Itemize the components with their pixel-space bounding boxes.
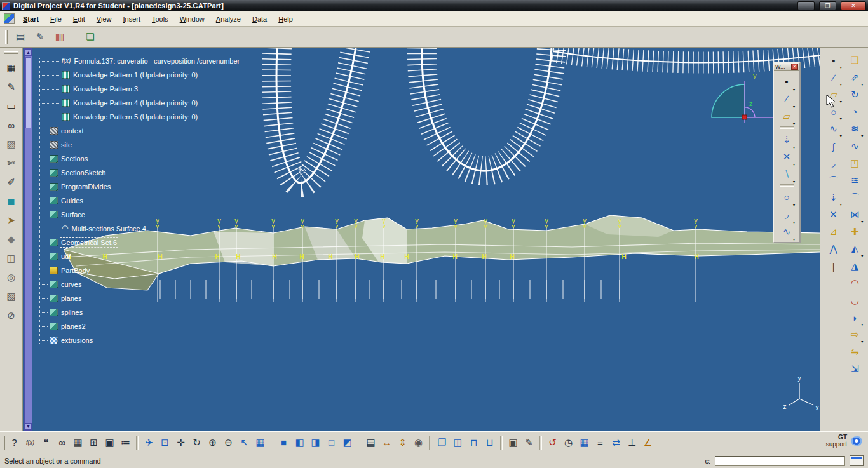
tree-item-sections[interactable]: Sections xyxy=(39,152,240,166)
frame-icon[interactable]: ▭ xyxy=(3,98,20,114)
print-capture-icon[interactable]: ▤ xyxy=(363,435,379,450)
menu-tools[interactable]: Tools xyxy=(146,13,174,25)
tree-item-geometrical[interactable]: Geometrical Set.6 xyxy=(39,236,240,250)
chevron-down-icon[interactable]: ▾ xyxy=(840,116,842,121)
tree-item-knowledge[interactable]: Knowledge Pattern.5 (Update priority: 0) xyxy=(51,110,240,124)
menu-window[interactable]: Window xyxy=(174,13,210,25)
catalog-icon[interactable]: ❒ xyxy=(846,53,863,68)
menu-edit[interactable]: Edit xyxy=(67,13,91,25)
comment-icon[interactable]: ❝ xyxy=(38,435,54,450)
knowledge-clip-icon[interactable]: ❏ xyxy=(82,29,98,44)
chevron-down-icon[interactable]: ▾ xyxy=(861,322,863,326)
line-icon[interactable]: ∕▾ xyxy=(778,90,795,107)
scroll-up-icon[interactable]: ▲ xyxy=(25,49,32,56)
shaded-view-icon[interactable]: ■ xyxy=(276,435,292,450)
snap-angle-icon[interactable]: ∠ xyxy=(640,435,656,450)
hidden-edges-icon[interactable]: ◨ xyxy=(308,435,323,450)
law-tool-icon[interactable]: ⊿ xyxy=(825,224,842,239)
tree-item-udf[interactable]: udf xyxy=(39,250,240,264)
formula-icon[interactable]: f(x) xyxy=(22,435,38,450)
table-icon[interactable]: ▦ xyxy=(70,435,86,450)
tree-item-partbody[interactable]: PartBody xyxy=(39,264,240,277)
link-icon[interactable]: ∞ xyxy=(54,435,70,450)
scroll-down-icon[interactable]: ▼ xyxy=(25,423,32,430)
chevron-down-icon[interactable]: ▾ xyxy=(840,99,842,104)
design-table-icon[interactable]: ⊞ xyxy=(86,435,102,450)
mirror-icon[interactable]: ◫ xyxy=(3,251,20,266)
chevron-down-icon[interactable]: ▾ xyxy=(861,339,863,344)
lock-icon[interactable]: ▣ xyxy=(102,435,118,450)
delete-window-icon[interactable]: ▥ xyxy=(51,29,68,44)
trim-icon[interactable]: ◮ xyxy=(846,258,863,274)
healing-icon[interactable]: ✚ xyxy=(846,224,863,239)
brush-icon[interactable]: ✐ xyxy=(3,175,20,190)
point-tool-icon[interactable]: ▪▾ xyxy=(825,53,842,68)
menu-insert[interactable]: Insert xyxy=(117,13,146,25)
chevron-down-icon[interactable]: ▾ xyxy=(861,253,863,258)
measure-item-icon[interactable]: ⇕ xyxy=(395,435,410,450)
tree-item-site[interactable]: site xyxy=(39,138,240,152)
zoom-out-icon[interactable]: ⊖ xyxy=(220,435,236,450)
split-icon[interactable]: ◭▾ xyxy=(846,241,863,257)
axis-system-icon[interactable]: ⊥ xyxy=(624,435,640,450)
sketch-tracer-icon[interactable]: ✎ xyxy=(521,435,537,450)
sphere-icon[interactable]: ◔ xyxy=(846,104,863,119)
chevron-down-icon[interactable]: ▾ xyxy=(861,133,863,138)
close-button[interactable]: ✕ xyxy=(841,1,866,10)
structure-icon[interactable]: ≡ xyxy=(592,435,608,450)
power-input-icon[interactable] xyxy=(850,455,864,466)
chevron-down-icon[interactable]: ▾ xyxy=(840,65,842,69)
3d-viewport[interactable]: yyyyyyyyyyyyyyyyHHHHHHHHHHHHHHHH z y y z… xyxy=(23,48,820,431)
tree-item-curves[interactable]: curves xyxy=(39,277,240,291)
tree-item-sectionsketch[interactable]: SectionSketch xyxy=(39,166,240,180)
update-icon[interactable]: ↺ xyxy=(545,435,560,450)
chevron-down-icon[interactable]: ▾ xyxy=(861,82,863,86)
shading-edges-icon[interactable]: ◧ xyxy=(292,435,308,450)
toolbar-grip[interactable] xyxy=(3,436,5,450)
capture-icon[interactable]: ▣ xyxy=(505,435,521,450)
translate-icon[interactable]: ⇨▾ xyxy=(846,327,863,342)
side-view-icon[interactable]: ⊔ xyxy=(482,435,498,450)
maximize-button[interactable]: ❐ xyxy=(819,1,836,10)
revolve-icon[interactable]: ↻ xyxy=(846,87,863,102)
multi-view-icon[interactable]: ▦ xyxy=(252,435,268,450)
helix-tool-icon[interactable]: ʃ xyxy=(825,138,842,154)
symmetry-icon[interactable]: ⇋ xyxy=(846,344,863,359)
connect-curve-icon[interactable]: ⌒ xyxy=(825,173,842,188)
offset-surface-icon[interactable]: ≋▾ xyxy=(846,121,863,137)
palette-title-bar[interactable]: W... ✕ xyxy=(774,63,799,71)
circle-icon[interactable]: ○▾ xyxy=(778,189,795,206)
corner-tool-icon[interactable]: ◞ xyxy=(825,156,842,171)
cylinder-icon[interactable]: ◎ xyxy=(3,270,20,285)
workbench-window-icon[interactable]: ▤ xyxy=(12,29,29,44)
menu-start[interactable]: Start xyxy=(17,13,44,25)
point-icon[interactable]: •▾ xyxy=(778,73,795,90)
chevron-down-icon[interactable]: ▾ xyxy=(840,82,842,86)
grid-icon[interactable]: ▦ xyxy=(576,435,592,450)
tree-item-surface[interactable]: Surface xyxy=(39,208,240,222)
tree-item-context[interactable]: context xyxy=(39,124,240,138)
knowledge-icon[interactable]: ≔ xyxy=(118,435,133,450)
chevron-down-icon[interactable]: ▾ xyxy=(793,237,795,241)
polyline-tool-icon[interactable]: ⋀ xyxy=(825,241,842,257)
hatch-icon[interactable]: ▧ xyxy=(3,289,20,304)
tree-item-formula[interactable]: f(x)Formula.137: curveratio= curvepositi… xyxy=(51,54,240,68)
fly-mode-icon[interactable]: ✈ xyxy=(141,435,157,450)
tree-item-multi-sections[interactable]: ◠Multi-sections Surface.4 xyxy=(51,222,240,236)
project-tool-icon[interactable]: ⇣▾ xyxy=(825,190,842,205)
tree-item-extrusions[interactable]: extrusions xyxy=(39,333,240,347)
intersection-icon[interactable]: ✕▾ xyxy=(778,148,795,165)
tree-scrollbar[interactable]: ▲ ▼ xyxy=(24,48,32,431)
chevron-down-icon[interactable]: ▾ xyxy=(793,179,795,184)
plane-icon[interactable]: ▱▾ xyxy=(778,107,795,124)
extract-icon[interactable]: ◡ xyxy=(846,293,863,308)
swap-space-icon[interactable]: ⇄ xyxy=(608,435,624,450)
corner-icon[interactable]: ◞▾ xyxy=(778,206,795,223)
fillet-icon[interactable]: ◗▾ xyxy=(846,310,863,325)
palette-close-icon[interactable]: ✕ xyxy=(791,64,798,70)
tree-item-planes[interactable]: planes xyxy=(39,291,240,305)
tree-item-guides[interactable]: Guides xyxy=(39,194,240,208)
edit-window-icon[interactable]: ✎ xyxy=(32,29,48,44)
gem-icon[interactable]: ◆ xyxy=(3,232,20,247)
tree-item-knowledge[interactable]: Knowledge Pattern.4 (Update priority: 0) xyxy=(51,96,240,110)
